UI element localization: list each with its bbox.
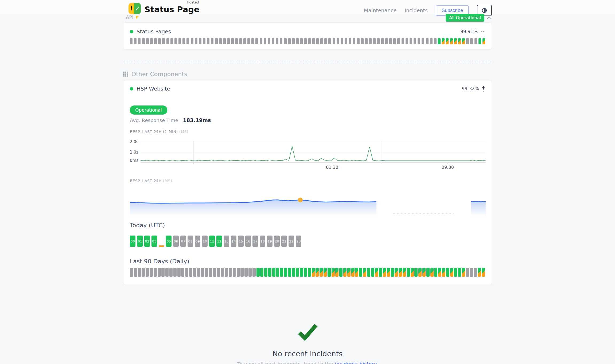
uptime-bar-empty[interactable]	[268, 38, 270, 44]
uptime-bar-empty[interactable]	[150, 38, 153, 44]
day-block-empty[interactable]	[252, 268, 256, 277]
uptime-bar-empty[interactable]	[199, 38, 201, 44]
day-block-degraded[interactable]	[363, 268, 366, 277]
uptime-bar-empty[interactable]	[414, 38, 416, 44]
uptime-bar-empty[interactable]	[134, 38, 137, 44]
day-block-degraded[interactable]	[395, 268, 398, 277]
day-block-operational[interactable]	[414, 268, 418, 277]
uptime-bar-empty[interactable]	[182, 38, 185, 44]
day-block-degraded[interactable]	[438, 268, 441, 277]
day-block-empty[interactable]	[130, 268, 133, 277]
uptime-bar-empty[interactable]	[470, 38, 473, 44]
day-block-degraded[interactable]	[355, 268, 358, 277]
uptime-bar-empty[interactable]	[373, 38, 376, 44]
day-block-empty[interactable]	[233, 268, 236, 277]
day-block-degraded[interactable]	[335, 268, 338, 277]
hour-block-21[interactable]: 21	[281, 236, 287, 247]
day-block-operational[interactable]	[272, 268, 275, 277]
day-block-operational[interactable]	[379, 268, 382, 277]
day-block-empty[interactable]	[225, 268, 228, 277]
day-block-empty[interactable]	[197, 268, 200, 277]
hour-block-08[interactable]: 08	[188, 236, 193, 247]
day-block-degraded[interactable]	[403, 268, 406, 277]
uptime-bar-degraded[interactable]	[442, 38, 445, 44]
uptime-bar-empty[interactable]	[333, 38, 335, 44]
day-block-degraded[interactable]	[478, 268, 481, 277]
uptime-bar-empty[interactable]	[422, 38, 424, 44]
hour-block-13[interactable]: 13	[224, 236, 229, 247]
hour-block-20[interactable]: 20	[274, 236, 280, 247]
day-block-empty[interactable]	[158, 268, 161, 277]
uptime-bar-empty[interactable]	[353, 38, 355, 44]
day-block-empty[interactable]	[173, 268, 177, 277]
day-block-operational[interactable]	[434, 268, 437, 277]
uptime-bar-empty[interactable]	[227, 38, 230, 44]
uptime-bar-empty[interactable]	[320, 38, 323, 44]
overall-status-badge[interactable]: All Operational	[446, 14, 484, 22]
uptime-bar-empty[interactable]	[178, 38, 181, 44]
hour-block-10[interactable]: 10	[202, 236, 208, 247]
uptime-bar-empty[interactable]	[203, 38, 205, 44]
scroll-top-icon[interactable]	[482, 86, 485, 92]
hour-block-15[interactable]: 15	[238, 236, 244, 247]
day-block-empty[interactable]	[150, 268, 153, 277]
day-block-empty[interactable]	[474, 268, 477, 277]
day-block-empty[interactable]	[134, 268, 137, 277]
uptime-bar-empty[interactable]	[369, 38, 372, 44]
day-block-operational[interactable]	[264, 268, 267, 277]
uptime-bar-empty[interactable]	[239, 38, 242, 44]
chevron-up-icon[interactable]	[486, 16, 492, 19]
day-block-empty[interactable]	[142, 268, 145, 277]
day-block-operational[interactable]	[288, 268, 291, 277]
uptime-bar-empty[interactable]	[292, 38, 295, 44]
hour-block-14[interactable]: 14	[231, 236, 236, 247]
day-block-operational[interactable]	[292, 268, 295, 277]
uptime-bar-empty[interactable]	[406, 38, 408, 44]
day-block-empty[interactable]	[189, 268, 192, 277]
day-block-degraded[interactable]	[418, 268, 422, 277]
chart-point-marker[interactable]	[298, 198, 303, 202]
day-block-empty[interactable]	[154, 268, 157, 277]
day-block-degraded[interactable]	[332, 268, 335, 277]
day-block-operational[interactable]	[426, 268, 430, 277]
day-block-operational[interactable]	[284, 268, 287, 277]
day-block-empty[interactable]	[165, 268, 169, 277]
uptime-bar-empty[interactable]	[260, 38, 262, 44]
uptime-bar-empty[interactable]	[162, 38, 165, 44]
uptime-bar-empty[interactable]	[474, 38, 477, 44]
uptime-bar-empty[interactable]	[402, 38, 404, 44]
day-block-degraded[interactable]	[316, 268, 319, 277]
day-block-empty[interactable]	[201, 268, 204, 277]
uptime-bar-empty[interactable]	[280, 38, 282, 44]
day-block-operational[interactable]	[308, 268, 311, 277]
uptime-bar-empty[interactable]	[215, 38, 218, 44]
uptime-bar-empty[interactable]	[300, 38, 303, 44]
day-block-degraded[interactable]	[399, 268, 402, 277]
day-block-degraded[interactable]	[450, 268, 453, 277]
uptime-bar-empty[interactable]	[389, 38, 392, 44]
day-block-operational[interactable]	[407, 268, 410, 277]
hour-block-11[interactable]: 11	[209, 236, 215, 247]
uptime-bar-empty[interactable]	[361, 38, 364, 44]
day-block-empty[interactable]	[185, 268, 188, 277]
day-block-empty[interactable]	[217, 268, 220, 277]
uptime-bar-empty[interactable]	[219, 38, 222, 44]
day-block-operational[interactable]	[359, 268, 362, 277]
uptime-bar-empty[interactable]	[316, 38, 319, 44]
day-block-degraded[interactable]	[482, 268, 485, 277]
uptime-bar-operational[interactable]	[438, 38, 441, 44]
day-block-operational[interactable]	[339, 268, 342, 277]
uptime-bar-empty[interactable]	[243, 38, 246, 44]
hour-block-18[interactable]: 18	[260, 236, 265, 247]
uptime-bar-empty[interactable]	[231, 38, 234, 44]
uptime-bar-degraded[interactable]	[446, 38, 449, 44]
day-block-degraded[interactable]	[343, 268, 347, 277]
day-block-empty[interactable]	[193, 268, 196, 277]
day-block-operational[interactable]	[268, 268, 271, 277]
hour-block-12[interactable]: 12	[216, 236, 222, 247]
uptime-bar-empty[interactable]	[138, 38, 141, 44]
hour-block-01[interactable]: 01	[137, 236, 143, 247]
day-block-operational[interactable]	[367, 268, 370, 277]
hour-block-09[interactable]: 09	[195, 236, 200, 247]
day-block-operational[interactable]	[260, 268, 263, 277]
